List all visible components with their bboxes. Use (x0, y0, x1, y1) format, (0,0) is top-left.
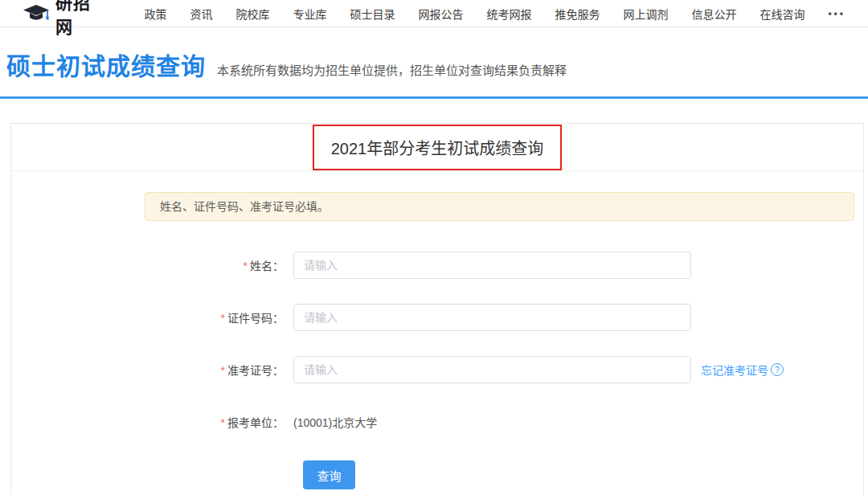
required-asterisk: * (221, 364, 225, 377)
nav-more-button[interactable]: ••• (828, 8, 845, 19)
page-subtitle: 本系统所有数据均为招生单位提供，招生单位对查询结果负责解释 (217, 61, 567, 78)
target-unit-field-label: *报考单位： (11, 414, 293, 430)
nav-item-unified-exam-registration[interactable]: 统考网报 (486, 6, 531, 22)
required-asterisk: * (221, 312, 225, 325)
forgot-ticket-link-label: 忘记准考证号 (701, 362, 768, 378)
form-row-target-unit: *报考单位： (10001)北京大学 (11, 408, 863, 436)
admission-ticket-input[interactable] (293, 356, 691, 383)
query-button[interactable]: 查询 (303, 460, 355, 489)
nav-item-major-library[interactable]: 专业库 (293, 6, 326, 22)
form-row-name: *姓名： (11, 252, 863, 279)
nav-item-info-disclosure[interactable]: 信息公开 (691, 6, 736, 22)
name-field-label: *姓名： (11, 257, 293, 273)
admission-ticket-field-label: *准考证号： (11, 362, 293, 378)
required-asterisk: * (244, 260, 248, 272)
nav-item-master-catalog[interactable]: 硕士目录 (350, 6, 395, 22)
card-heading-red-annotation: 2021年部分考生初试成绩查询 (313, 125, 563, 170)
id-number-input[interactable] (293, 304, 691, 331)
forgot-ticket-link[interactable]: 忘记准考证号 ? (701, 362, 784, 378)
top-nav: 研招网 政策 资讯 院校库 专业库 硕士目录 网报公告 统考网报 推免服务 网上… (0, 0, 868, 27)
nav-item-news[interactable]: 资讯 (190, 6, 212, 22)
main-nav: 政策 资讯 院校库 专业库 硕士目录 网报公告 统考网报 推免服务 网上调剂 信… (144, 6, 845, 22)
help-circle-icon: ? (771, 363, 784, 376)
required-asterisk: * (221, 416, 225, 429)
submit-row: 查询 (303, 460, 863, 489)
target-unit-value: (10001)北京大学 (293, 414, 377, 430)
nav-item-online-report-notice[interactable]: 网报公告 (418, 6, 463, 22)
blue-divider (0, 96, 868, 99)
id-number-field-label: *证件号码： (11, 309, 293, 325)
nav-item-exemption-service[interactable]: 推免服务 (555, 6, 600, 22)
nav-item-policy[interactable]: 政策 (144, 6, 166, 22)
site-logo[interactable]: 研招网 (23, 0, 107, 38)
nav-item-college-library[interactable]: 院校库 (235, 6, 269, 22)
page-header: 硕士初试成绩查询 本系统所有数据均为招生单位提供，招生单位对查询结果负责解释 (0, 27, 868, 96)
query-form: *姓名： *证件号码： *准考证号： 忘记准考证号 ? *报考单位： (1 (11, 252, 863, 489)
required-fields-notice: 姓名、证件号码、准考证号必填。 (145, 192, 854, 221)
form-row-id-number: *证件号码： (11, 304, 863, 331)
name-input[interactable] (293, 252, 691, 279)
score-query-card: 2021年部分考生初试成绩查询 姓名、证件号码、准考证号必填。 *姓名： *证件… (10, 123, 864, 495)
card-header: 2021年部分考生初试成绩查询 (11, 124, 863, 171)
site-logo-text: 研招网 (55, 0, 107, 38)
graduation-cap-icon (23, 4, 50, 23)
nav-item-online-consultation[interactable]: 在线咨询 (760, 6, 805, 22)
page-title: 硕士初试成绩查询 (6, 47, 206, 82)
nav-item-online-adjustment[interactable]: 网上调剂 (623, 6, 668, 22)
card-heading: 2021年部分考生初试成绩查询 (331, 140, 544, 158)
form-row-admission-ticket: *准考证号： 忘记准考证号 ? (11, 356, 863, 383)
